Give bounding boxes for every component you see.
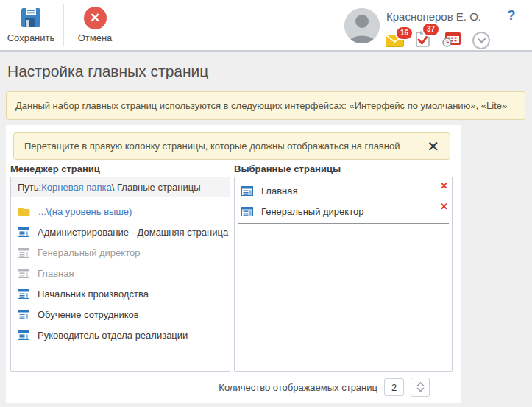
quantity-stepper[interactable] — [411, 378, 430, 397]
user-name[interactable]: Красноперов Е. О. — [386, 10, 481, 23]
user-menu-button[interactable] — [472, 32, 490, 49]
list-item-label: Начальник производства — [38, 289, 149, 300]
help-icon[interactable]: ? — [507, 7, 516, 24]
selected-item[interactable]: Генеральный директор ✕ — [235, 201, 452, 222]
page-icon — [18, 248, 29, 258]
selected-item[interactable]: Главная ✕ — [235, 180, 452, 201]
manager-items: ...\(на уровень выше) Администрирование … — [11, 197, 230, 345]
page-icon — [18, 227, 29, 237]
pages-count-input[interactable] — [384, 378, 404, 396]
folder-icon — [18, 207, 30, 216]
page-icon — [18, 289, 29, 299]
selected-column-title: Выбранные страницы — [234, 163, 341, 174]
page-icon — [18, 269, 29, 278]
toolbar-separator — [500, 4, 500, 48]
list-item[interactable]: Главная — [11, 263, 230, 283]
page-manager-list: Путь: Корневая папка \ Главные страницы … — [10, 177, 230, 372]
folder-up-item[interactable]: ...\(на уровень выше) — [11, 201, 230, 222]
page-icon — [18, 310, 29, 319]
list-item-label: Генеральный директор — [38, 247, 140, 258]
list-item-label: Главная — [38, 268, 74, 279]
main-panel: Перетащите в правую колонку страницы, ко… — [6, 125, 461, 403]
chevron-up-icon — [416, 382, 425, 387]
page-title: Настройка главных страниц — [7, 63, 208, 80]
page-icon — [18, 330, 29, 340]
cancel-button[interactable]: ✕ Отмена — [64, 5, 126, 43]
manager-column-title: Менеджер страниц — [10, 163, 100, 174]
path-label: Путь: — [18, 182, 41, 193]
list-item[interactable]: Администрирование - Домашняя страница — [11, 222, 230, 242]
list-item[interactable]: Обучение сотрудников — [11, 304, 230, 325]
toolbar: Сохранить ✕ Отмена Красноперов Е. О. 16 — [0, 0, 532, 52]
selected-item-label: Главная — [261, 185, 297, 197]
list-item-label: Обучение сотрудников — [38, 309, 139, 320]
calendar-button[interactable] — [442, 32, 461, 49]
list-item-label: Руководитель отдела реализации — [38, 330, 188, 341]
breadcrumb: Путь: Корневая папка \ Главные страницы — [11, 177, 230, 197]
chevron-down-icon — [416, 387, 425, 392]
close-icon[interactable]: ✕ — [427, 139, 439, 154]
tasks-button[interactable]: 37 — [416, 31, 430, 49]
drag-hint-alert: Перетащите в правую колонку страницы, ко… — [13, 132, 450, 160]
messages-button[interactable]: 16 — [386, 35, 404, 49]
header-notification-icons: 16 37 — [386, 31, 490, 49]
save-button[interactable]: Сохранить — [0, 5, 62, 43]
remove-icon[interactable]: ✕ — [440, 201, 448, 212]
selected-item-label: Генеральный директор — [261, 206, 363, 217]
pages-count-label: Количество отображаемых страниц — [219, 382, 377, 393]
page-icon — [241, 207, 253, 216]
avatar[interactable] — [344, 8, 380, 43]
root-folder-link[interactable]: Корневая папка — [41, 182, 112, 193]
interfaces-info-alert: Данный набор главных страниц используютс… — [6, 91, 525, 120]
cancel-button-label: Отмена — [64, 32, 126, 43]
chevron-down-icon — [472, 32, 490, 49]
path-current: \ Главные страницы — [112, 182, 201, 193]
drop-indicator — [238, 223, 449, 224]
floppy-disk-icon — [0, 5, 62, 30]
list-item[interactable]: Начальник производства — [11, 283, 230, 304]
drag-hint-text: Перетащите в правую колонку страницы, ко… — [24, 141, 400, 152]
save-button-label: Сохранить — [0, 32, 62, 43]
tasks-badge: 37 — [422, 22, 440, 37]
list-item[interactable]: Руководитель отдела реализации — [11, 325, 230, 345]
calendar-clock-icon — [442, 32, 461, 49]
cancel-icon: ✕ — [64, 5, 126, 30]
page-icon — [241, 186, 253, 196]
pages-count-control: Количество отображаемых страниц — [219, 378, 430, 397]
toolbar-separator — [130, 4, 130, 46]
mail-badge: 16 — [395, 26, 414, 40]
list-item-label: Администрирование - Домашняя страница — [38, 227, 228, 238]
remove-icon[interactable]: ✕ — [440, 180, 448, 191]
folder-up-label: ...\(на уровень выше) — [38, 206, 132, 217]
list-item[interactable]: Генеральный директор — [11, 242, 230, 263]
selected-pages-list: Главная ✕ Генеральный директор ✕ — [234, 177, 453, 372]
